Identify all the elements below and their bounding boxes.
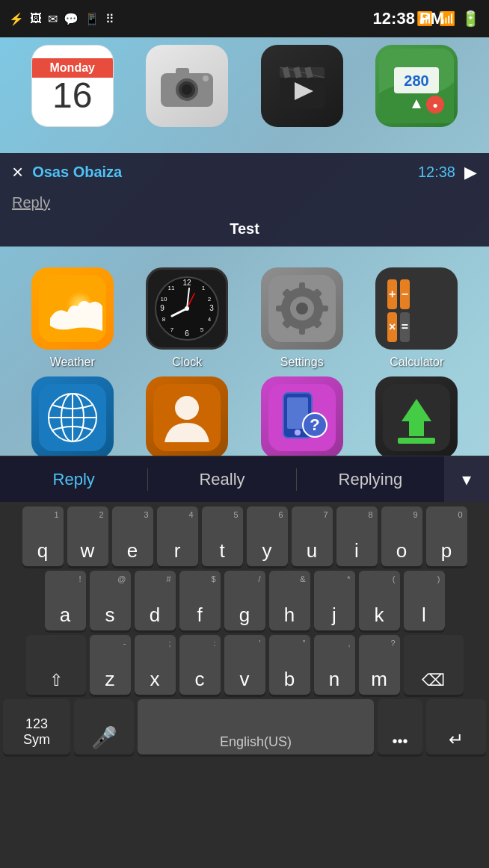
svg-text:12: 12 [183,279,192,287]
more-key[interactable]: ••• [378,699,422,754]
key-c[interactable]: : c [179,635,221,695]
internet-icon [31,376,114,459]
svg-point-60 [295,430,301,435]
video-icon [261,45,343,127]
status-bar: ⚡ 🖼 ✉ 💬 📱 ⠿ 📶 📶 🔋 12:38 PM [0,0,489,37]
autocomplete-really[interactable]: Really [148,470,295,489]
key-i-number: 8 [368,510,372,519]
app-calculator[interactable]: + − × = Calculator [368,267,465,369]
key-m[interactable]: ? m [359,635,400,695]
key-r[interactable]: 4 r [157,506,198,566]
enter-icon: ↵ [449,731,464,748]
app-settings[interactable]: Settings [253,267,351,369]
key-s-main: s [105,605,115,624]
shift-icon: ⇧ [49,672,63,689]
key-v-main: v [240,669,250,689]
key-q[interactable]: 1 q [22,506,64,566]
weather-svg [39,275,106,342]
key-a-main: a [60,605,70,624]
key-v[interactable]: ' v [224,635,265,695]
svg-text:10: 10 [161,296,167,303]
chevron-down-icon: ▾ [462,469,471,490]
mic-key[interactable]: 🎤 [74,699,134,754]
camera-svg [157,62,217,111]
key-h[interactable]: & h [269,571,310,630]
svg-text:6: 6 [185,329,189,338]
notification-reply-link[interactable]: Reply [12,194,50,211]
key-x[interactable]: ; x [135,635,176,695]
notification-send-button[interactable]: ▶ [464,163,477,182]
key-l[interactable]: ) l [404,571,445,630]
num-sym-label: 123Sym [23,716,50,748]
app-clock[interactable]: 12 3 6 9 1 2 4 5 7 8 10 11 [138,267,236,369]
microphone-icon: 🎤 [91,728,117,748]
space-label: English(US) [220,735,292,748]
key-z-main: z [105,669,115,689]
clock-svg: 12 3 6 9 1 2 4 5 7 8 10 11 [153,275,221,342]
key-q-number: 1 [54,510,58,519]
key-u-number: 7 [323,510,327,519]
key-r-main: r [174,541,181,560]
key-z[interactable]: - z [90,635,131,695]
app-calendar[interactable]: Monday 16 [24,45,121,133]
key-o-main: o [396,541,407,560]
svg-point-56 [175,396,199,420]
more-dots-icon: ••• [392,734,408,748]
app-video[interactable] [253,45,351,133]
key-f[interactable]: $ f [179,571,221,630]
devicehelp-svg: ? [268,384,336,451]
key-p-main: p [441,541,452,560]
key-n-main: n [329,669,339,689]
camera-icon [146,45,228,127]
autocomplete-reply[interactable]: Reply [0,470,147,489]
key-b[interactable]: " b [269,635,310,695]
svg-text:9: 9 [160,304,164,312]
key-j-main: j [332,605,336,624]
maps-svg: 280 ● [379,49,454,123]
key-g[interactable]: / g [224,571,265,630]
key-k[interactable]: ( k [359,571,400,630]
num-sym-key[interactable]: 123Sym [3,699,70,754]
key-l-number: ) [437,574,440,583]
key-s-number: @ [117,574,126,583]
key-x-number: ; [168,639,170,648]
app-weather[interactable]: Weather [24,267,121,369]
key-o[interactable]: 9 o [381,506,422,566]
autocomplete-expand-button[interactable]: ▾ [444,456,489,502]
autocomplete-replying[interactable]: Replying [297,470,444,489]
weather-icon [31,267,114,350]
key-e[interactable]: 3 e [112,506,153,566]
calc-equals: = [400,312,410,342]
app-row-1: Monday 16 [15,45,474,133]
key-s[interactable]: @ s [90,571,131,630]
svg-rect-44 [276,306,286,311]
phone-icon: 📱 [84,12,99,26]
grid-icon: ⠿ [105,12,114,26]
key-t[interactable]: 5 t [202,506,243,566]
app-camera[interactable] [138,45,236,133]
key-y-main: y [262,541,272,560]
shift-key[interactable]: ⇧ [26,635,86,695]
key-a[interactable]: ! a [45,571,86,630]
key-i[interactable]: 8 i [336,506,378,566]
key-j[interactable]: * j [314,571,355,630]
backspace-key[interactable]: ⌫ [404,635,464,695]
app-maps[interactable]: 280 ● [368,45,465,133]
key-u[interactable]: 7 u [292,506,333,566]
space-key[interactable]: English(US) [138,699,374,754]
key-y[interactable]: 6 y [247,506,288,566]
svg-text:5: 5 [200,326,204,333]
calendar-icon: Monday 16 [31,45,114,127]
svg-text:1: 1 [202,285,206,291]
svg-text:●: ● [433,100,438,111]
svg-rect-4 [176,68,189,75]
keyboard-row-4: 123Sym 🎤 English(US) ••• ↵ [3,699,486,754]
enter-key[interactable]: ↵ [426,699,486,754]
notification-close-button[interactable]: × [12,161,23,184]
key-n[interactable]: , n [314,635,355,695]
key-w-number: 2 [99,510,103,519]
key-p-number: 0 [458,510,462,519]
key-w[interactable]: 2 w [67,506,108,566]
key-d[interactable]: # d [135,571,176,630]
key-p[interactable]: 0 p [426,506,467,566]
